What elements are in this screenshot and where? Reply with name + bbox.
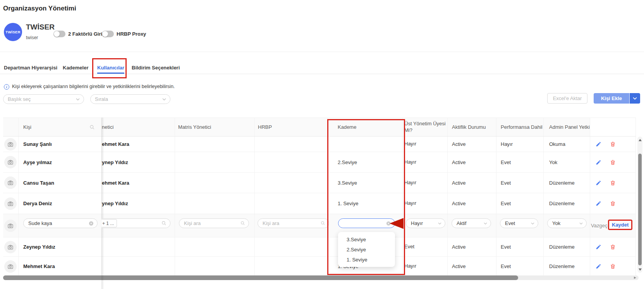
organization-avatar: TWİSER: [4, 23, 22, 41]
search-icon[interactable]: [161, 221, 167, 226]
edit-icon[interactable]: [596, 141, 601, 147]
cell-kisi: Mehmet Kara: [19, 257, 101, 276]
matris-manager-input[interactable]: [184, 220, 240, 226]
organization-management-page: Organizasyon Yönetimi TWİSER TWİSER twis…: [0, 0, 644, 289]
manager-tag[interactable]: + 1 ...: [101, 219, 117, 227]
trash-icon[interactable]: [610, 263, 616, 269]
performans-select[interactable]: Evet: [500, 218, 538, 228]
edit-row: + 1 ... Hayır Aktif: [3, 214, 636, 237]
matris-manager-input-wrap: [179, 218, 249, 228]
clear-icon[interactable]: [89, 221, 94, 226]
cell-yonetici-clipped: ynep Yıldız: [101, 193, 175, 214]
cell-kisi: Derya Deniz: [19, 193, 101, 214]
edit-icon[interactable]: [596, 201, 601, 206]
hrbp-input[interactable]: [263, 220, 321, 226]
export-excel-button[interactable]: Excel'e Aktar: [547, 93, 587, 104]
table-row: Mehmet Kara 1. Seviye Hayır Active Evet …: [3, 257, 636, 276]
camera-icon[interactable]: [4, 156, 17, 168]
save-button[interactable]: Kaydet: [608, 220, 632, 230]
chevron-down-icon: [162, 98, 166, 100]
header-actions: [590, 118, 636, 136]
edit-icon[interactable]: [596, 159, 601, 165]
admin-panel-select[interactable]: Yok: [547, 218, 587, 228]
edit-icon[interactable]: [596, 244, 601, 250]
edit-icon[interactable]: [596, 180, 601, 186]
tab-kademeler[interactable]: Kademeler: [63, 65, 88, 71]
sort-select-placeholder: Sırala: [95, 96, 108, 102]
trash-icon[interactable]: [610, 201, 616, 206]
camera-icon[interactable]: [4, 260, 17, 273]
two-factor-toggle[interactable]: [53, 31, 65, 37]
camera-icon[interactable]: [4, 241, 17, 253]
table-row: Sunay Şanlı ehmet Kara Hayır Active Hayı…: [3, 137, 636, 152]
add-person-button[interactable]: Kişi Ekle: [594, 93, 629, 104]
trash-icon[interactable]: [610, 244, 616, 250]
two-factor-toggle-label: 2 Faktörlü Giriş: [68, 31, 105, 37]
camera-icon[interactable]: [4, 220, 17, 232]
table-row: Ayşe yılmaz ynep Yıldız 2.Seviye Hayır A…: [3, 152, 636, 173]
cell-kademe: [328, 137, 403, 152]
kademe-option[interactable]: 2.Seviye: [338, 244, 395, 254]
info-icon: i: [4, 84, 9, 90]
kademe-option[interactable]: 1. Seviye: [338, 254, 395, 265]
sort-select[interactable]: Sırala: [90, 94, 170, 104]
hrbp-proxy-toggle[interactable]: [102, 31, 114, 37]
header-matris-yonetici: Matris Yönetici: [175, 118, 255, 136]
table-row: Zeynep Yıldız Evet Active Evet Düzenleme: [3, 237, 636, 257]
cell-kisi: Ayşe yılmaz: [19, 152, 101, 172]
horizontal-scrollbar[interactable]: [3, 275, 639, 280]
toggle-knob: [102, 31, 108, 37]
scroll-up-icon[interactable]: [639, 139, 642, 141]
add-person-caret-button[interactable]: [630, 93, 640, 104]
header-hrbp: HRBP: [255, 118, 328, 136]
camera-icon[interactable]: [4, 197, 17, 210]
header-aktiflik: Aktiflik Durumu: [448, 118, 496, 136]
scroll-down-icon[interactable]: [639, 268, 642, 271]
header-admin-panel: Admin Panel Yetkis: [544, 118, 590, 136]
chevron-down-icon: [76, 98, 80, 100]
title-select-placeholder: Başlık seç: [8, 96, 31, 102]
search-icon[interactable]: [240, 221, 245, 226]
kademe-input[interactable]: [343, 220, 386, 226]
table-header-row: Kişi netici Matris Yönetici HRBP Kademe …: [3, 118, 636, 137]
tabs-divider: [0, 74, 644, 74]
trash-icon[interactable]: [610, 159, 616, 165]
edit-icon[interactable]: [596, 263, 601, 269]
search-icon[interactable]: [89, 125, 95, 130]
cell-kademe: 3.Seviye: [328, 173, 403, 193]
cell-yonetici-clipped: [101, 237, 175, 256]
tab-kullanicilar[interactable]: Kullanıcılar: [97, 65, 124, 71]
cancel-button[interactable]: Vazgeç: [591, 223, 607, 228]
header-performansa-dahil: Performansa Dahil: [496, 118, 544, 136]
horizontal-scrollbar-thumb[interactable]: [3, 275, 518, 280]
hrbp-proxy-toggle-label: HRBP Proxy: [117, 31, 146, 37]
cell-yonetici-clipped: ehmet Kara: [101, 137, 175, 152]
person-name-input-wrap: [23, 218, 98, 228]
title-select[interactable]: Başlık seç: [3, 94, 84, 104]
aktiflik-select[interactable]: Aktif: [452, 218, 491, 228]
ust-yonetim-select[interactable]: Hayır: [406, 218, 445, 228]
cell-kademe: 2.Seviye: [328, 152, 403, 172]
person-name-input[interactable]: [28, 220, 89, 226]
table-row: Cansu Taşan ehmet Kara 3.Seviye Hayır Ac…: [3, 173, 636, 193]
hrbp-input-wrap: [258, 218, 329, 228]
tab-departman-hiyerarsisi[interactable]: Departman Hiyerarşisi: [4, 65, 57, 71]
header-ust-yonetim: Üst Yönetim Üyesi Mi?: [403, 118, 448, 136]
camera-icon[interactable]: [4, 177, 17, 189]
trash-icon[interactable]: [610, 141, 616, 147]
users-table: Kişi netici Matris Yönetici HRBP Kademe …: [3, 118, 636, 289]
vertical-scrollbar-thumb[interactable]: [638, 154, 642, 265]
cell-kisi: Sunay Şanlı: [19, 137, 101, 152]
kademe-option[interactable]: 3.Seviye: [338, 234, 395, 244]
tab-bildirim-secenekleri[interactable]: Bildirim Seçenekleri: [132, 65, 180, 71]
vertical-scrollbar[interactable]: [637, 137, 642, 273]
scroll-right-icon[interactable]: [634, 277, 636, 279]
search-icon[interactable]: [321, 221, 325, 226]
info-text: Kişi ekleyerek çalışanların bilgilerini …: [12, 84, 175, 89]
kademe-input-wrap: [338, 218, 395, 228]
organization-username: twiser: [26, 35, 38, 40]
cell-kademe: 1. Seviye: [328, 193, 403, 214]
camera-icon[interactable]: [4, 138, 17, 151]
cell-yonetici-clipped: ehmet Kara: [101, 173, 175, 193]
trash-icon[interactable]: [610, 180, 616, 186]
